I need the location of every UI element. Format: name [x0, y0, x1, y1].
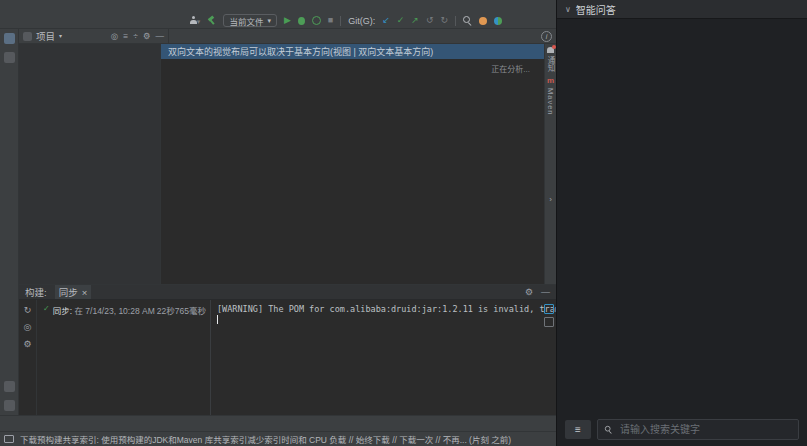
build-hide-icon[interactable]: — [541, 287, 550, 297]
build-panel-title: 构建: [25, 285, 47, 299]
run-toolbar: ▾ 当前文件▾ ▶ ■ Git(G): ↙ ✓ ↗ ↺ ↻ [190, 14, 550, 27]
ide-main-area: ▾ 当前文件▾ ▶ ■ Git(G): ↙ ✓ ↗ ↺ ↻ [0, 0, 556, 446]
status-bar: 下载预构建共享索引: 使用预构建的JDK和Maven 库共享索引减少索引时间和 … [0, 431, 556, 446]
console-cursor [217, 315, 218, 324]
coverage-icon[interactable] [312, 16, 321, 25]
right-tool-stripe: 通知 m Maven › [544, 44, 556, 284]
code-editor[interactable]: 双向文本的视觉布局可以取决于基本方向(视图 | 双向文本基本方向) 正在分析..… [161, 44, 544, 284]
bookmarks-tool-icon[interactable] [4, 400, 15, 411]
build-panel: 构建: 同步 × ⚙ — ↻ ◎ [19, 284, 556, 415]
build-console[interactable]: [WARNING] The POM for com.alibaba:druid:… [211, 300, 556, 415]
project-panel-header: 项目 ▾ ◎ ≡ ÷ ⚙ — [19, 29, 169, 43]
build-status-tree[interactable]: ✓ 同步: 在 7/14/23, 10:28 AM 22秒765毫秒 [37, 300, 211, 415]
code-area[interactable] [161, 59, 544, 284]
assistant-chat-area [557, 27, 807, 416]
banner-text: 双向文本的视觉布局可以取决于基本方向(视图 | 双向文本基本方向) [168, 45, 433, 58]
hide-panel-icon[interactable]: — [156, 31, 165, 41]
expand-panel-icon[interactable]: › [549, 195, 552, 204]
maven-m-icon: m [547, 76, 554, 85]
project-tree [19, 44, 161, 284]
user-account-icon[interactable]: ▾ [190, 16, 201, 26]
soft-wrap-icon[interactable] [544, 304, 554, 314]
notifications-bell-icon[interactable] [547, 47, 554, 53]
git-label: Git(G): [348, 16, 375, 26]
console-warning-line: [WARNING] The POM for com.alibaba:druid:… [217, 304, 554, 314]
assistant-quick-actions [557, 19, 807, 27]
locate-file-icon[interactable]: ◎ [111, 31, 118, 41]
assistant-search-row: ≡ [557, 416, 807, 446]
left-tool-stripe [0, 29, 19, 415]
close-icon[interactable]: × [82, 287, 88, 298]
search-icon [605, 426, 612, 433]
toolbar-divider [340, 16, 341, 26]
toolbar-divider [455, 16, 456, 26]
scroll-to-end-icon[interactable] [544, 317, 554, 327]
main-toolbar: ▾ 当前文件▾ ▶ ■ Git(G): ↙ ✓ ↗ ↺ ↻ [0, 13, 556, 29]
success-check-icon: ✓ [43, 304, 50, 313]
sync-status-label: 同步: [53, 306, 72, 316]
menu-icon[interactable]: ≡ [565, 420, 591, 439]
git-commit-icon[interactable]: ✓ [397, 16, 405, 25]
project-tool-icon[interactable] [4, 33, 15, 44]
expand-all-icon[interactable]: ≡ [123, 31, 128, 41]
search-input-wrap [597, 419, 799, 440]
analyzing-status: 正在分析... [491, 63, 530, 74]
plugin-icon[interactable] [479, 17, 487, 25]
build-panel-header: 构建: 同步 × ⚙ — [19, 285, 556, 300]
build-hammer-icon[interactable] [207, 16, 216, 25]
search-input[interactable] [618, 423, 792, 436]
terminal-widget-icon[interactable] [4, 435, 14, 443]
run-configuration-select[interactable]: 当前文件▾ [223, 14, 277, 27]
build-settings-gear-icon[interactable]: ⚙ [525, 287, 533, 297]
workspace-content: 项目 ▾ ◎ ≡ ÷ ⚙ — i [19, 29, 556, 415]
maven-tab[interactable]: Maven [546, 88, 555, 116]
chevron-down-icon: ∨ [565, 5, 571, 14]
rollback-icon[interactable]: ↻ [440, 16, 448, 25]
debug-icon[interactable] [298, 17, 305, 25]
chevron-down-icon[interactable]: ▾ [59, 33, 62, 39]
structure-tool-icon[interactable] [4, 381, 15, 392]
resync-icon[interactable]: ↻ [24, 305, 32, 315]
assistant-panel: ∨ 智能问答 ≡ [556, 0, 807, 446]
filter-icon[interactable]: ◎ [24, 322, 32, 332]
commit-tool-icon[interactable] [4, 52, 15, 63]
project-view-icon [23, 32, 32, 41]
build-left-toolbar: ↻ ◎ ⚙ [19, 300, 37, 415]
inspections-widget-icon[interactable]: i [541, 31, 552, 42]
git-update-icon[interactable]: ↙ [382, 16, 390, 25]
tool-window-bar [0, 415, 556, 431]
project-panel-title: 项目 [36, 29, 55, 43]
run-icon[interactable]: ▶ [284, 16, 291, 25]
stop-icon: ■ [328, 16, 333, 25]
sync-time: 在 7/14/23, 10:28 AM [74, 306, 154, 316]
history-icon[interactable]: ↺ [426, 16, 434, 25]
sync-duration: 22秒765毫秒 [157, 304, 206, 316]
ide-window: ▾ 当前文件▾ ▶ ■ Git(G): ↙ ✓ ↗ ↺ ↻ [0, 0, 807, 446]
panel-header-row: 项目 ▾ ◎ ≡ ÷ ⚙ — i [19, 29, 556, 44]
workspace-band: 项目 ▾ ◎ ≡ ÷ ⚙ — i [0, 29, 556, 415]
status-message[interactable]: 下载预构建共享索引: 使用预构建的JDK和Maven 库共享索引减少索引时间和 … [20, 433, 542, 445]
assistant-title: 智能问答 [576, 2, 616, 17]
collapse-all-icon[interactable]: ÷ [133, 31, 138, 41]
assistant-header[interactable]: ∨ 智能问答 [557, 0, 807, 19]
build-options-gear-icon[interactable]: ⚙ [23, 339, 31, 349]
search-everywhere-icon[interactable] [463, 16, 472, 25]
notifications-tab[interactable]: 通知 [545, 56, 556, 73]
git-push-icon[interactable]: ↗ [411, 16, 419, 25]
editor-and-tree-row: 双向文本的视觉布局可以取决于基本方向(视图 | 双向文本基本方向) 正在分析..… [19, 44, 556, 284]
build-sync-tab[interactable]: 同步 × [55, 285, 92, 299]
editor-banner: 双向文本的视觉布局可以取决于基本方向(视图 | 双向文本基本方向) [161, 44, 544, 59]
menu-bar [0, 0, 556, 13]
options-gear-icon[interactable]: ⚙ [143, 31, 151, 41]
build-panel-body: ↻ ◎ ⚙ ✓ 同步: 在 7/14/23, 10:28 AM 22秒765毫秒… [19, 300, 556, 415]
ide-settings-icon[interactable] [494, 17, 502, 25]
